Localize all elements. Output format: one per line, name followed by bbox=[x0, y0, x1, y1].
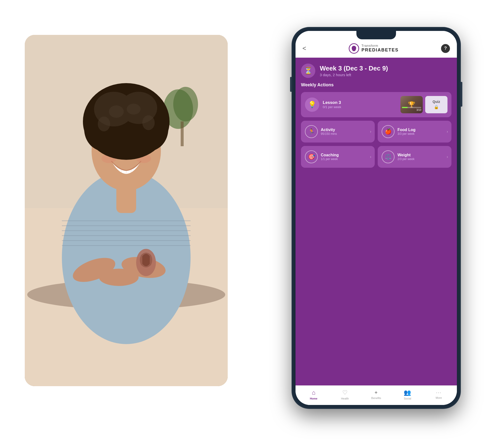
photo-placeholder bbox=[25, 35, 228, 386]
weight-info: Weight 2/3 per week bbox=[397, 153, 415, 161]
svg-rect-14 bbox=[62, 240, 191, 241]
coaching-card[interactable]: 🎯 Coaching 1/1 per week › bbox=[301, 146, 375, 168]
food-log-icon-wrap: 🍎 bbox=[382, 125, 395, 138]
action-grid-row-2: 🎯 Coaching 1/1 per week › ⚖️ bbox=[301, 146, 451, 168]
activity-icon: 🏃 bbox=[308, 128, 315, 135]
bulb-icon: 💡 bbox=[308, 101, 316, 108]
coaching-info: Coaching 1/1 per week bbox=[321, 153, 339, 161]
social-icon: 👥 bbox=[404, 389, 411, 396]
benefits-icon: ✦ bbox=[374, 390, 378, 396]
weight-chevron: › bbox=[447, 155, 448, 159]
action-grid-row-1: 🏃 Activity 95/150 mins › 🍎 bbox=[301, 121, 451, 142]
coaching-icon: 🎯 bbox=[308, 154, 315, 160]
lesson-card[interactable]: 💡 Lesson 3 0/1 per week bbox=[301, 92, 451, 117]
activity-title: Activity bbox=[321, 128, 337, 132]
social-label: Social bbox=[404, 397, 411, 400]
logo-icon bbox=[349, 43, 359, 54]
activity-chevron: › bbox=[370, 129, 371, 134]
photo-card bbox=[25, 35, 228, 386]
week-info: Week 3 (Dec 3 - Dec 9) 3 days, 2 hours l… bbox=[320, 65, 388, 77]
lesson-sub: 0/1 per week bbox=[323, 105, 341, 109]
food-log-info: Food Log 3/3 per week bbox=[397, 128, 416, 136]
person-photo bbox=[25, 35, 228, 386]
logo-drop-icon bbox=[352, 46, 356, 51]
activity-icon-wrap: 🏃 bbox=[305, 125, 318, 138]
week-header: ⏳ Week 3 (Dec 3 - Dec 9) 3 days, 2 hours… bbox=[301, 64, 451, 78]
video-thumb[interactable]: 🏆 3/10 bbox=[400, 96, 423, 113]
lesson-icon-wrap: 💡 bbox=[305, 97, 319, 112]
lock-icon: 🔒 bbox=[434, 105, 439, 109]
phone-outer: < Transform PREDIABETES ? bbox=[292, 27, 460, 408]
health-label: Health bbox=[341, 397, 349, 400]
activity-card[interactable]: 🏃 Activity 95/150 mins › bbox=[301, 121, 375, 142]
video-thumb-bg: 🏆 3/10 bbox=[400, 96, 423, 113]
activity-sub: 95/150 mins bbox=[321, 132, 337, 136]
screen: < Transform PREDIABETES ? bbox=[296, 31, 457, 405]
svg-rect-4 bbox=[181, 121, 184, 146]
food-log-title: Food Log bbox=[397, 128, 416, 132]
svg-rect-11 bbox=[62, 225, 191, 226]
weight-card[interactable]: ⚖️ Weight 2/3 per week › bbox=[378, 146, 451, 168]
coaching-icon-wrap: 🎯 bbox=[305, 150, 318, 163]
weight-icon-wrap: ⚖️ bbox=[382, 150, 395, 163]
weekly-actions-label: Weekly Actions bbox=[301, 82, 451, 88]
week-title: Week 3 (Dec 3 - Dec 9) bbox=[320, 65, 388, 72]
nav-item-social[interactable]: 👥 Social bbox=[399, 389, 416, 400]
food-log-card[interactable]: 🍎 Food Log 3/3 per week › bbox=[378, 121, 451, 142]
coaching-sub: 1/1 per week bbox=[321, 157, 339, 161]
svg-rect-15 bbox=[62, 245, 191, 246]
screen-content: ⏳ Week 3 (Dec 3 - Dec 9) 3 days, 2 hours… bbox=[296, 58, 457, 385]
svg-rect-12 bbox=[62, 230, 191, 231]
week-subtitle: 3 days, 2 hours left bbox=[320, 73, 388, 77]
svg-point-35 bbox=[98, 117, 110, 131]
weight-title: Weight bbox=[397, 153, 415, 157]
food-log-sub: 3/3 per week bbox=[397, 132, 416, 136]
svg-point-33 bbox=[109, 105, 124, 118]
weight-icon: ⚖️ bbox=[385, 154, 392, 160]
more-label: More bbox=[436, 396, 442, 399]
activity-info: Activity 95/150 mins bbox=[321, 128, 337, 136]
nav-item-home[interactable]: ⌂ Home bbox=[305, 389, 322, 400]
coaching-title: Coaching bbox=[321, 153, 339, 157]
svg-point-34 bbox=[127, 104, 141, 115]
svg-rect-10 bbox=[62, 220, 191, 221]
lesson-row: 💡 Lesson 3 0/1 per week bbox=[305, 96, 447, 113]
svg-rect-13 bbox=[62, 235, 191, 236]
logo-transform-text: Transform bbox=[362, 44, 399, 47]
app-logo: Transform PREDIABETES bbox=[349, 43, 399, 54]
lesson-info: Lesson 3 0/1 per week bbox=[323, 100, 341, 109]
svg-point-36 bbox=[142, 115, 155, 130]
health-icon: ♡ bbox=[342, 389, 348, 396]
hourglass-icon: ⏳ bbox=[304, 67, 313, 75]
svg-point-3 bbox=[173, 87, 198, 121]
nav-item-more[interactable]: ··· More bbox=[430, 390, 447, 399]
progress-label: 3/10 bbox=[402, 109, 421, 111]
media-items: 🏆 3/10 bbox=[400, 96, 447, 113]
home-label: Home bbox=[310, 397, 318, 400]
week-icon: ⏳ bbox=[301, 64, 315, 78]
nav-item-benefits[interactable]: ✦ Benefits bbox=[368, 390, 385, 400]
progress-bar-fill bbox=[402, 107, 408, 108]
progress-bar-wrap: 3/10 bbox=[402, 107, 421, 111]
phone-wrapper: < Transform PREDIABETES ? bbox=[282, 20, 470, 416]
food-log-chevron: › bbox=[447, 129, 448, 134]
quiz-thumb[interactable]: Quiz 🔒 bbox=[425, 96, 447, 113]
lesson-title: Lesson 3 bbox=[323, 100, 341, 105]
bottom-nav: ⌂ Home ♡ Health ✦ Benefits 👥 bbox=[296, 385, 457, 405]
more-icon: ··· bbox=[436, 390, 442, 395]
home-icon: ⌂ bbox=[312, 389, 316, 396]
nav-item-health[interactable]: ♡ Health bbox=[336, 389, 354, 400]
phone-notch bbox=[356, 31, 396, 39]
help-button[interactable]: ? bbox=[441, 44, 450, 53]
back-button[interactable]: < bbox=[302, 45, 306, 52]
coaching-chevron: › bbox=[370, 155, 371, 159]
scene: < Transform PREDIABETES ? bbox=[25, 20, 470, 428]
phone-screen: < Transform PREDIABETES ? bbox=[296, 31, 457, 405]
quiz-label: Quiz bbox=[433, 100, 440, 104]
logo-text: Transform PREDIABETES bbox=[362, 44, 399, 52]
logo-prediabetes-text: PREDIABETES bbox=[362, 48, 399, 53]
benefits-label: Benefits bbox=[371, 397, 381, 400]
svg-point-18 bbox=[99, 269, 139, 286]
food-log-icon: 🍎 bbox=[385, 128, 392, 135]
weight-sub: 2/3 per week bbox=[397, 157, 415, 161]
